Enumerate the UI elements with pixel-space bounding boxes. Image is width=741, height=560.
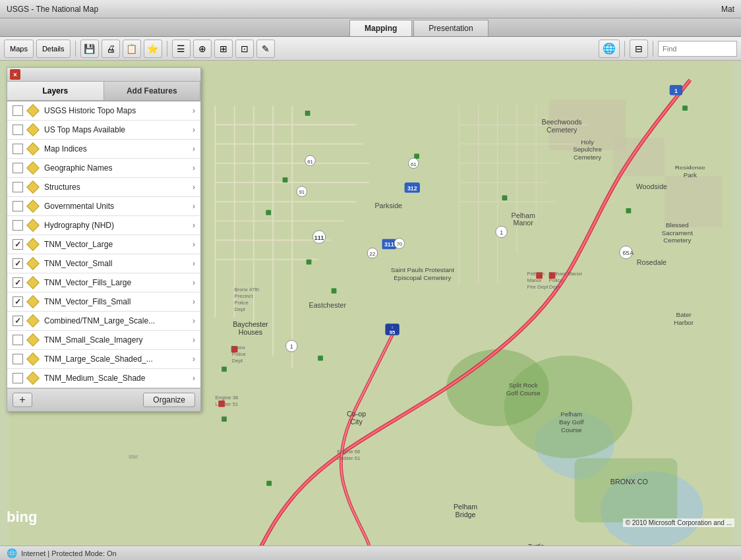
layer-item-usgs-historic[interactable]: USGS Historic Topo Maps›	[7, 101, 200, 121]
move-button[interactable]: ⊕	[193, 40, 212, 58]
tab-layers[interactable]: Layers	[7, 82, 104, 100]
layer-item-us-topo[interactable]: US Top Maps Available›	[7, 121, 200, 140]
layer-item-tnm-large-scale-shaded[interactable]: TNM_Large_Scale_Shaded_...›	[7, 350, 200, 369]
svg-text:Pelham: Pelham	[454, 503, 477, 511]
clipboard-button[interactable]: 📋	[123, 40, 141, 58]
svg-text:312: 312	[407, 185, 417, 192]
layer-icon-tnm-large-scale-shaded	[26, 352, 40, 366]
layer-checkbox-tnm-vector-small[interactable]	[13, 258, 23, 269]
layer-icon-map-indices	[26, 142, 40, 155]
layer-item-hydrography[interactable]: Hydrography (NHD)›	[7, 216, 200, 235]
layer-checkbox-tnm-vector-fills-small[interactable]	[13, 296, 23, 307]
layer-checkbox-governmental-units[interactable]	[13, 201, 23, 211]
layer-item-tnm-small-scale-imagery[interactable]: TNM_Small_Scale_Imagery›	[7, 331, 200, 350]
toolbar: Maps Details 💾 🖨 📋 ⭐ ☰ ⊕ ⊞ ⊡ ✎ 🌐 ⊟	[0, 37, 741, 61]
layer-expand-structures[interactable]: ›	[193, 182, 195, 192]
svg-text:Beechwoods: Beechwoods	[542, 118, 582, 126]
layer-icon-us-topo	[26, 123, 40, 136]
layer-item-combined-tnm[interactable]: Combined/TNM_Large_Scale...›	[7, 312, 200, 331]
layer-checkbox-tnm-vector-large[interactable]	[13, 239, 23, 250]
svg-text:Sacrament: Sacrament	[662, 229, 693, 237]
layer-expand-governmental-units[interactable]: ›	[193, 202, 195, 211]
layer-item-tnm-vector-large[interactable]: TNM_Vector_Large›	[7, 235, 200, 254]
svg-text:Bay Golf: Bay Golf	[559, 418, 584, 426]
layout-button[interactable]: ⊟	[630, 40, 648, 58]
tab-mapping[interactable]: Mapping	[349, 20, 412, 36]
layer-expand-tnm-vector-fills-large[interactable]: ›	[193, 278, 195, 287]
tab-add-features[interactable]: Add Features	[104, 82, 201, 100]
layer-checkbox-usgs-historic[interactable]	[13, 105, 23, 116]
star-button[interactable]: ⭐	[144, 40, 162, 58]
layer-expand-tnm-vector-small[interactable]: ›	[193, 259, 195, 268]
layer-checkbox-us-topo[interactable]	[13, 125, 23, 135]
layer-icon-tnm-medium-scale-shade	[26, 372, 40, 385]
layer-item-governmental-units[interactable]: Governmental Units›	[7, 197, 200, 216]
layer-expand-usgs-historic[interactable]: ›	[193, 106, 195, 115]
layer-checkbox-structures[interactable]	[13, 182, 23, 192]
organize-button[interactable]: Organize	[143, 393, 195, 407]
layer-icon-combined-tnm	[26, 314, 40, 327]
select-button[interactable]: ⊡	[235, 40, 254, 58]
svg-text:91: 91	[299, 189, 305, 195]
search-input[interactable]	[658, 41, 737, 57]
layer-expand-hydrography[interactable]: ›	[193, 221, 195, 230]
layer-checkbox-tnm-vector-fills-large[interactable]	[13, 277, 23, 288]
list-button[interactable]: ☰	[172, 40, 191, 58]
separator-4	[653, 41, 653, 57]
layer-name-map-indices: Map Indices	[44, 144, 193, 154]
layer-expand-tnm-large-scale-shaded[interactable]: ›	[193, 354, 195, 364]
layer-expand-us-topo[interactable]: ›	[193, 125, 195, 134]
layer-checkbox-combined-tnm[interactable]	[13, 316, 23, 326]
svg-text:Ladder 61: Ladder 61	[337, 455, 360, 461]
print-button[interactable]: 🖨	[102, 40, 120, 58]
layer-checkbox-map-indices[interactable]	[13, 144, 23, 154]
svg-text:Woodside: Woodside	[636, 182, 667, 190]
svg-text:Pelham Manor: Pelham Manor	[549, 271, 583, 277]
maps-button[interactable]: Maps	[4, 40, 34, 58]
svg-text:Harbor: Harbor	[674, 319, 694, 326]
svg-text:Pelham: Pelham	[512, 211, 535, 219]
layer-item-tnm-vector-small[interactable]: TNM_Vector_Small›	[7, 254, 200, 273]
svg-rect-76	[283, 177, 288, 182]
svg-text:Police: Police	[232, 351, 246, 357]
svg-text:BRONX CO: BRONX CO	[610, 478, 648, 486]
layer-item-tnm-vector-fills-small[interactable]: TNM_Vector_Fills_Small›	[7, 293, 200, 312]
layer-expand-combined-tnm[interactable]: ›	[193, 316, 195, 325]
layer-checkbox-hydrography[interactable]	[13, 220, 23, 231]
layer-checkbox-geographic-names[interactable]	[13, 163, 23, 173]
add-layer-button[interactable]: +	[13, 393, 32, 407]
layer-name-tnm-vector-large: TNM_Vector_Large	[44, 240, 193, 249]
svg-rect-86	[266, 481, 272, 486]
svg-text:Police: Police	[235, 300, 249, 306]
maps-label: Maps	[10, 45, 28, 53]
layer-expand-geographic-names[interactable]: ›	[193, 163, 195, 173]
close-button[interactable]: ×	[10, 69, 20, 80]
svg-rect-81	[222, 366, 227, 372]
layer-expand-tnm-medium-scale-shade[interactable]: ›	[193, 374, 195, 383]
tab-presentation[interactable]: Presentation	[413, 20, 488, 36]
globe-button[interactable]: 🌐	[599, 40, 620, 58]
layer-expand-tnm-small-scale-imagery[interactable]: ›	[193, 335, 195, 345]
details-button[interactable]: Details	[36, 40, 71, 58]
save-button[interactable]: 💾	[80, 40, 99, 58]
layer-item-structures[interactable]: Structures›	[7, 178, 200, 197]
layer-name-tnm-medium-scale-shade: TNM_Medium_Scale_Shade	[44, 374, 193, 383]
layer-item-tnm-medium-scale-shade[interactable]: TNM_Medium_Scale_Shade›	[7, 369, 200, 388]
svg-text:Dept: Dept	[549, 284, 560, 290]
layer-expand-tnm-vector-large[interactable]: ›	[193, 240, 195, 249]
layer-checkbox-tnm-large-scale-shaded[interactable]	[13, 354, 23, 364]
layer-checkbox-tnm-medium-scale-shade[interactable]	[13, 373, 23, 383]
layer-expand-map-indices[interactable]: ›	[193, 144, 195, 154]
layer-item-geographic-names[interactable]: Geographic Names›	[7, 159, 200, 178]
zoom-button[interactable]: ⊞	[214, 40, 233, 58]
layer-item-map-indices[interactable]: Map Indices›	[7, 140, 200, 159]
svg-text:ster: ster	[129, 453, 138, 460]
layer-item-tnm-vector-fills-large[interactable]: TNM_Vector_Fills_Large›	[7, 273, 200, 293]
layer-checkbox-tnm-small-scale-imagery[interactable]	[13, 335, 23, 345]
draw-button[interactable]: ✎	[256, 40, 275, 58]
separator-2	[167, 41, 167, 57]
svg-text:Engine 38: Engine 38	[215, 395, 238, 401]
svg-text:Houses: Houses	[239, 328, 262, 336]
layer-expand-tnm-vector-fills-small[interactable]: ›	[193, 297, 195, 306]
bing-logo: bing	[7, 509, 37, 526]
